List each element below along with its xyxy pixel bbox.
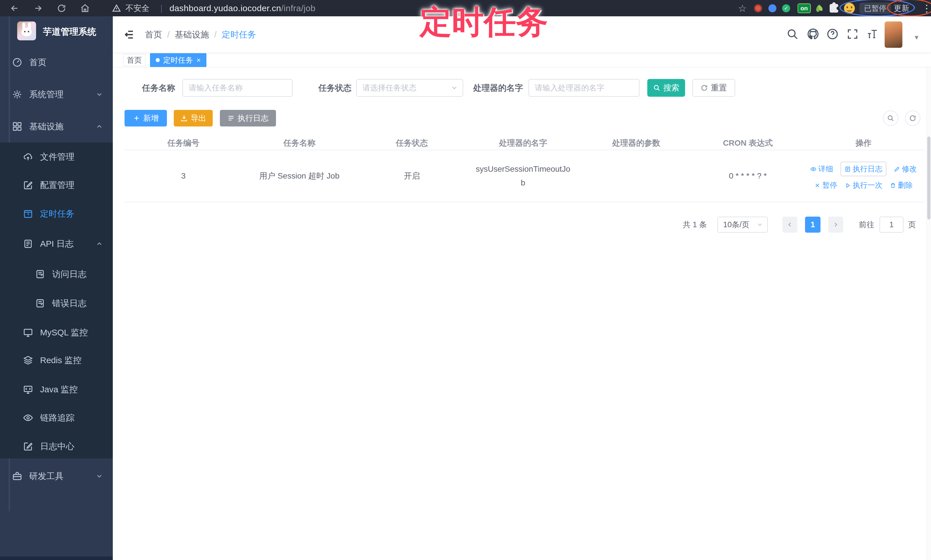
chevron-up-icon [96, 240, 103, 248]
browser-forward-icon[interactable] [33, 0, 43, 16]
eye-icon [23, 412, 33, 423]
tag-label: 定时任务 [163, 55, 193, 65]
screenshot-root: 不安全 | dashboard.yudao.iocoder.cn/infra/j… [0, 0, 931, 560]
browser-home-icon[interactable] [80, 0, 90, 16]
extension-check-icon[interactable]: ✓ [782, 0, 790, 16]
sidebar-item-file-manage[interactable]: 文件管理 [0, 143, 113, 171]
help-icon[interactable] [826, 28, 839, 40]
breadcrumb-current[interactable]: 定时任务 [222, 29, 256, 41]
gauge-icon [12, 57, 22, 68]
scrollbar-thumb[interactable] [927, 137, 930, 220]
breadcrumb-separator: / [167, 30, 170, 40]
job-status-placeholder: 请选择任务状态 [362, 83, 416, 93]
action-exec-log[interactable]: 执行日志 [840, 162, 886, 176]
action-pause[interactable]: 暂停 [814, 180, 837, 190]
sidebar-item-redis-monitor[interactable]: Redis 监控 [0, 346, 113, 375]
tag-scheduled-jobs[interactable]: 定时任务 × [150, 53, 207, 67]
eye-icon [810, 166, 817, 172]
handler-name-input[interactable] [529, 79, 640, 97]
briefcase-icon [12, 471, 22, 481]
sidebar-item-dev-tools[interactable]: 研发工具 [0, 460, 113, 492]
action-detail[interactable]: 详细 [810, 162, 833, 176]
page-unit-label: 页 [908, 217, 916, 233]
search-icon [887, 114, 894, 122]
job-name-input[interactable] [182, 79, 293, 97]
toggle-search-button[interactable] [883, 111, 899, 126]
bookmark-star-icon[interactable]: ☆ [738, 0, 747, 16]
sidebar-item-tracing[interactable]: 链路追踪 [0, 403, 113, 432]
sidebar-item-home[interactable]: 首页 [0, 46, 113, 78]
handler-name-label: 处理器的名字 [473, 79, 523, 97]
jobs-table: 任务编号 任务名称 任务状态 处理器的名字 处理器的参数 CRON 表达式 操作… [125, 137, 925, 202]
add-button[interactable]: 新增 [125, 110, 167, 126]
job-status-select[interactable]: 请选择任务状态 [356, 79, 463, 97]
extensions-puzzle-icon[interactable] [830, 0, 838, 16]
chevron-right-icon [832, 221, 839, 228]
log-doc-icon [845, 166, 851, 172]
monitor-icon [23, 327, 33, 338]
sidebar-item-error-log[interactable]: 错误日志 [0, 289, 113, 318]
gear-icon [12, 89, 22, 100]
goto-page-input[interactable] [880, 217, 903, 233]
sidebar-item-infra[interactable]: 基础设施 [0, 111, 113, 143]
user-avatar[interactable] [885, 22, 902, 48]
search-icon[interactable] [786, 28, 799, 40]
chevron-down-icon [96, 472, 103, 480]
export-button[interactable]: 导出 [174, 110, 213, 126]
table-row: 3 用户 Session 超时 Job 开启 sysUserSessionTim… [125, 150, 925, 202]
tag-home[interactable]: 首页 [123, 54, 145, 66]
avatar-caret-icon[interactable]: ▾ [915, 33, 919, 42]
sidebar-item-config-manage[interactable]: 配置管理 [0, 171, 113, 200]
reset-button[interactable]: 重置 [692, 79, 735, 97]
sidebar-footer-strip [0, 557, 113, 560]
action-run-once[interactable]: 执行一次 [845, 180, 882, 190]
pagination-total: 共 1 条 [683, 217, 707, 233]
next-page-button[interactable] [828, 217, 843, 233]
address-bar[interactable]: dashboard.yudao.iocoder.cn/infra/job [170, 0, 316, 16]
refresh-icon [701, 84, 708, 92]
col-job-status: 任务状态 [357, 138, 467, 149]
action-delete[interactable]: 删除 [890, 180, 913, 190]
browser-back-icon[interactable] [10, 0, 20, 16]
extension-adblock-icon[interactable] [754, 0, 762, 16]
refresh-table-button[interactable] [905, 111, 920, 126]
col-handler-param: 处理器的参数 [579, 138, 694, 149]
col-cron: CRON 表达式 [694, 138, 802, 149]
sidebar-item-java-monitor[interactable]: Java 监控 [0, 375, 113, 404]
page-number-button[interactable]: 1 [805, 217, 820, 233]
action-edit[interactable]: 修改 [894, 162, 917, 176]
exec-log-button[interactable]: 执行日志 [220, 110, 276, 126]
url-separator: | [160, 0, 163, 16]
col-job-name: 任务名称 [242, 138, 357, 149]
edit-square-icon [23, 441, 33, 452]
page-scrollbar[interactable] [926, 16, 931, 560]
terminal-monitor-icon [23, 384, 33, 395]
annotation-overlay-text: 定时任务 [407, 1, 561, 44]
github-icon[interactable] [807, 28, 819, 40]
breadcrumb-home[interactable]: 首页 [145, 29, 162, 41]
job-status-label: 任务状态 [318, 79, 351, 97]
sidebar-item-scheduled-jobs[interactable]: 定时任务 [0, 200, 113, 228]
sidebar-item-log-center[interactable]: 日志中心 [0, 432, 113, 461]
sidebar-item-system[interactable]: 系统管理 [0, 78, 113, 111]
extension-stats-icon[interactable] [768, 0, 777, 16]
plus-icon [133, 114, 140, 122]
fullscreen-icon[interactable] [846, 28, 859, 40]
browser-reload-icon[interactable] [57, 0, 66, 16]
close-icon[interactable]: × [196, 56, 201, 64]
table-header-row: 任务编号 任务名称 任务状态 处理器的名字 处理器的参数 CRON 表达式 操作 [125, 137, 925, 150]
font-size-icon[interactable] [866, 28, 879, 40]
prev-page-button[interactable] [782, 217, 797, 233]
download-icon [180, 114, 188, 122]
search-button[interactable]: 搜索 [647, 79, 685, 97]
page-size-select[interactable]: 10条/页 [717, 217, 768, 233]
sidebar-item-access-log[interactable]: 访问日志 [0, 260, 113, 288]
sidebar-fold-icon[interactable] [123, 29, 135, 40]
sidebar-item-api-log[interactable]: API 日志 [0, 229, 113, 258]
app-logo [17, 22, 36, 40]
security-label[interactable]: 不安全 [125, 0, 150, 16]
sidebar-item-mysql-monitor[interactable]: MySQL 监控 [0, 318, 113, 347]
play-icon [845, 182, 851, 189]
extension-on-badge[interactable]: on [798, 0, 811, 16]
extension-plant-icon[interactable] [817, 0, 822, 16]
